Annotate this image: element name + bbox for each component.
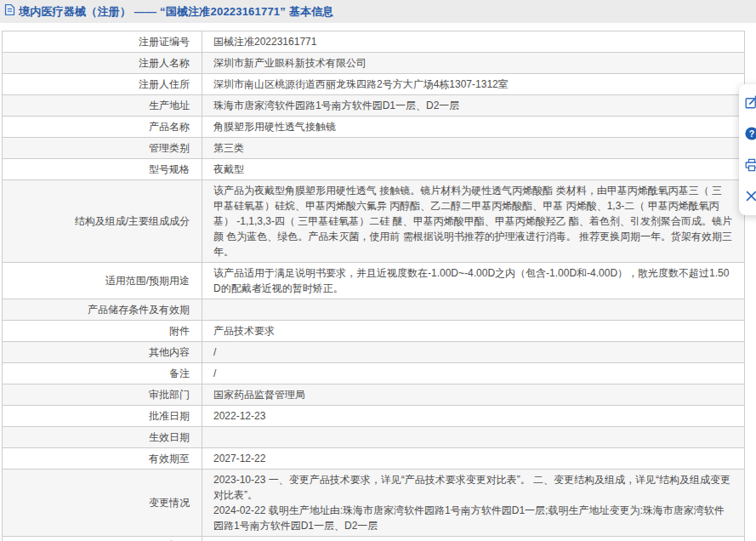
row-label: 批准日期: [3, 406, 202, 426]
table-row: 结构及组成/主要组成成分 该产品为夜戴型角膜塑形用硬性透气 接触镜。镜片材料为硬…: [3, 180, 744, 263]
row-value: 2027-12-22: [202, 448, 744, 469]
row-label: 型号规格: [3, 159, 202, 179]
row-label: 变更情况: [3, 470, 202, 536]
row-value: 夜戴型: [202, 159, 744, 179]
row-label: 注册人住所: [3, 74, 202, 94]
table-row: 注册人住所 深圳市南山区桃源街道西丽龙珠四路2号方大广场4栋1307-1312室: [3, 74, 744, 95]
row-value: 该产品为夜戴型角膜塑形用硬性透气 接触镜。镜片材料为硬性透气丙烯酸酯 类材料，由…: [202, 180, 744, 262]
table-row: 生产地址 珠海市唐家湾软件园路1号南方软件园D1一层、D2一层: [3, 95, 744, 117]
table-row: 管理类别 第三类: [3, 138, 744, 159]
row-value: /: [202, 363, 744, 384]
page-title: 境内医疗器械（注册） —— “国械注准20223161771” 基本信息: [19, 4, 334, 20]
row-value: 该产品适用于满足说明书要求，并且近视度数在-1.00D~-4.00D之内（包含-…: [202, 263, 744, 299]
row-value: /: [202, 342, 744, 362]
row-label: 注册人名称: [3, 53, 202, 73]
row-value: 第三类: [202, 138, 744, 158]
row-value: 角膜塑形用硬性透气接触镜: [202, 117, 744, 137]
row-value: 详情: [202, 537, 744, 541]
floating-toolbar: ?: [739, 84, 756, 215]
table-row: 其他内容 /: [3, 342, 744, 363]
table-row: 适用范围/预期用途 该产品适用于满足说明书要求，并且近视度数在-1.00D~-4…: [3, 263, 744, 299]
table-row: 附件 产品技术要求: [3, 321, 744, 342]
table-row-note: 注 详情: [3, 537, 744, 541]
table-row: 注册人名称 深圳市新产业眼科新技术有限公司: [3, 53, 744, 74]
row-label: 其他内容: [3, 342, 202, 362]
row-value: 国械注准20223161771: [202, 31, 744, 52]
table-row: 产品名称 角膜塑形用硬性透气接触镜: [3, 117, 744, 138]
table-row: 审批部门 国家药品监督管理局: [3, 384, 744, 406]
table-row: 型号规格 夜戴型: [3, 159, 744, 180]
svg-text:?: ?: [749, 128, 754, 139]
row-value: 国家药品监督管理局: [202, 384, 744, 405]
table-row: 生效日期: [3, 427, 744, 448]
row-label: 备注: [3, 363, 202, 384]
row-label: 管理类别: [3, 138, 202, 158]
row-value: 产品技术要求: [202, 321, 744, 341]
row-value: 深圳市新产业眼科新技术有限公司: [202, 53, 744, 73]
info-table: 注册证编号 国械注准20223161771 注册人名称 深圳市新产业眼科新技术有…: [2, 31, 745, 541]
document-icon: [4, 3, 15, 20]
row-label: 产品储存条件及有效期: [3, 299, 202, 320]
row-value: [202, 427, 744, 447]
table-row: 变更情况 2023-10-23 一、变更产品技术要求，详见“产品技术要求变更对比…: [3, 470, 744, 537]
row-value: 2023-10-23 一、变更产品技术要求，详见“产品技术要求变更对比表”。 二…: [202, 470, 744, 536]
table-row: 产品储存条件及有效期: [3, 299, 744, 321]
row-value: [202, 299, 744, 320]
table-row: 有效期至 2027-12-22: [3, 448, 744, 470]
row-value: 深圳市南山区桃源街道西丽龙珠四路2号方大广场4栋1307-1312室: [202, 74, 744, 94]
row-label: 产品名称: [3, 117, 202, 137]
page-header: 境内医疗器械（注册） —— “国械注准20223161771” 基本信息: [0, 0, 756, 23]
row-value: 珠海市唐家湾软件园路1号南方软件园D1一层、D2一层: [202, 95, 744, 116]
table-row: 批准日期 2022-12-23: [3, 406, 744, 427]
close-icon[interactable]: [745, 190, 756, 203]
row-label: 生产地址: [3, 95, 202, 116]
row-value: 2022-12-23: [202, 406, 744, 426]
help-icon[interactable]: ?: [745, 127, 756, 140]
row-label: 适用范围/预期用途: [3, 263, 202, 299]
edit-icon[interactable]: [745, 95, 756, 109]
row-label: 审批部门: [3, 384, 202, 405]
row-label: 注册证编号: [3, 31, 202, 52]
row-label: 有效期至: [3, 448, 202, 469]
table-row: 注册证编号 国械注准20223161771: [3, 31, 744, 53]
table-row: 备注 /: [3, 363, 744, 384]
row-label: 结构及组成/主要组成成分: [3, 180, 202, 262]
row-label: 注: [3, 537, 202, 541]
print-icon[interactable]: [745, 158, 756, 172]
row-label: 生效日期: [3, 427, 202, 447]
row-label: 附件: [3, 321, 202, 341]
